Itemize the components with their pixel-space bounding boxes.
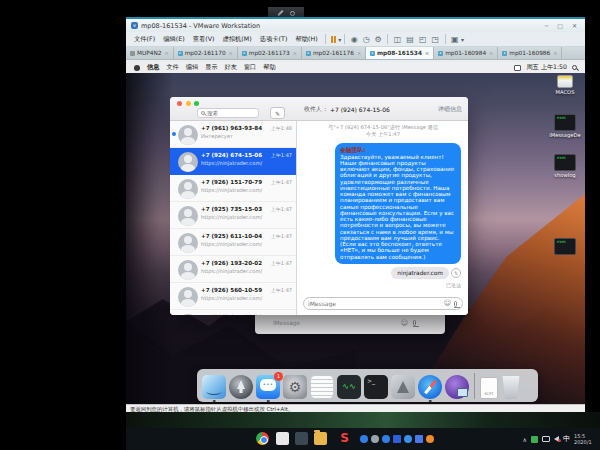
screen-sharing-icon[interactable] (445, 375, 469, 399)
pause-dropdown-caret[interactable]: ▾ (338, 36, 341, 43)
desktop-icon-script[interactable]: exec (545, 238, 585, 255)
vm-tab-mp08-161534-active[interactable]: ▸mp08-161534× (366, 47, 434, 59)
conversation-row[interactable]: +7 (926) 560-10-59上午1:47 https://ninjatr… (170, 283, 296, 310)
vm-tab-mp02-161170[interactable]: ▸mp02-161170× (174, 47, 238, 59)
conversation-row[interactable]: +7 (926) 193-20-02上午1:47 https://ninjatr… (170, 256, 296, 283)
menu-file[interactable]: 文件(F) (130, 35, 159, 44)
tray-clock[interactable]: 15:5 2020/1 (574, 433, 598, 446)
snapshot-take-icon[interactable]: ◉ (348, 35, 360, 44)
microphone-icon[interactable] (413, 320, 416, 326)
safari-icon[interactable] (418, 375, 442, 399)
vm-tab-mp01-160986[interactable]: ▸mp01-160986× (498, 47, 562, 59)
input-source-icon[interactable] (514, 65, 521, 71)
finder-icon[interactable] (202, 375, 226, 399)
spotlight-search-icon[interactable] (572, 65, 577, 70)
toolbar-mini-icon-1[interactable] (360, 435, 368, 443)
snapshot-revert-icon[interactable]: ◷ (360, 35, 372, 44)
unity-mode-icon[interactable]: ◳ (429, 35, 442, 44)
thumbnail-bar-icon[interactable]: ▤ (404, 35, 417, 44)
archive-utility-icon[interactable] (391, 375, 415, 399)
mac-menu-edit[interactable]: 编辑 (186, 63, 198, 72)
launchpad-icon[interactable] (229, 375, 253, 399)
fullscreen-icon[interactable]: ◰ (416, 35, 429, 44)
tab-close-icon[interactable]: × (229, 50, 233, 56)
chrome-taskbar-icon[interactable] (256, 432, 269, 445)
apple-menu-icon[interactable] (134, 65, 140, 71)
tray-network-icon[interactable] (542, 436, 550, 442)
messages-dock-icon[interactable]: 1 (256, 375, 280, 399)
tab-close-icon[interactable]: × (164, 50, 168, 56)
menu-edit[interactable]: 编辑(E) (159, 35, 189, 44)
toolbar-mini-mic-icon[interactable] (382, 435, 390, 443)
sogou-input-icon[interactable]: S (338, 432, 351, 445)
menu-tabs[interactable]: 选项卡(T) (256, 35, 292, 44)
mac-menu-window[interactable]: 窗口 (244, 63, 256, 72)
terminal-icon[interactable] (364, 375, 388, 399)
vm-tab-mp02-161176[interactable]: ▸mp02-161176× (302, 47, 366, 59)
console-view-icon[interactable]: ▣ (449, 35, 462, 44)
tab-close-icon[interactable]: × (293, 50, 297, 56)
toolbar-mini-icon-5[interactable] (426, 435, 434, 443)
file-explorer-icon[interactable] (314, 432, 327, 445)
toolbar-mini-icon-4[interactable] (404, 435, 412, 443)
conversation-search[interactable] (197, 108, 259, 118)
tab-close-icon[interactable]: × (553, 50, 557, 56)
microphone-icon[interactable] (454, 301, 457, 307)
library-panel-icon[interactable]: ◫ (391, 35, 404, 44)
edit-pencil-icon[interactable]: ✎ (451, 268, 461, 278)
desktop-icon-imessagede[interactable]: exec iMessageDe (545, 114, 585, 138)
message-input[interactable] (308, 300, 441, 307)
minimize-button[interactable]: ─ (542, 22, 552, 29)
vm-tab-mp02-161173[interactable]: ▸mp02-161173× (238, 47, 302, 59)
maximize-button[interactable]: ▢ (554, 22, 566, 29)
menu-view[interactable]: 查看(V) (189, 35, 219, 44)
conversation-row[interactable]: +7 (961) 963-93-84上午1:48 Интересует (170, 121, 296, 148)
trash-icon[interactable] (501, 376, 521, 399)
conversation-row-selected[interactable]: +7 (924) 674-15-06上午1:47 https://ninjatr… (170, 148, 296, 175)
dark-app-taskbar-icon[interactable] (295, 432, 308, 445)
vm-tab-mup4n2[interactable]: MUP4N2× (126, 47, 174, 59)
activity-monitor-icon[interactable] (337, 375, 361, 399)
toolbar-mini-icon-3[interactable] (393, 435, 401, 443)
search-input[interactable] (207, 110, 255, 116)
link-bubble[interactable]: ninjatrader.com (391, 267, 449, 279)
mac-menu-view[interactable]: 显示 (205, 63, 217, 72)
toolbar-mini-icon-2[interactable] (371, 435, 379, 443)
textedit-icon[interactable] (310, 375, 334, 399)
conversation-row[interactable]: +7 (926) 151-70-79上午1:47 https://ninjatr… (170, 175, 296, 202)
tray-ime-indicator[interactable]: 中 (563, 434, 570, 444)
close-window-button[interactable] (177, 101, 182, 106)
menu-vm[interactable]: 虚拟机(M) (218, 35, 255, 44)
background-messages-window[interactable]: iMessage ☺ (255, 312, 445, 334)
close-button[interactable]: ✕ (569, 22, 580, 29)
tray-volume-muted-icon[interactable] (554, 436, 559, 442)
system-preferences-icon[interactable] (283, 375, 307, 399)
console-dropdown-caret[interactable]: ▾ (461, 36, 464, 43)
white-app-taskbar-icon[interactable] (276, 432, 289, 445)
tab-close-icon[interactable]: × (425, 50, 429, 56)
mac-menu-file[interactable]: 文件 (166, 63, 178, 72)
snapshot-manager-icon[interactable]: ⚙ (372, 35, 384, 44)
mac-menu-help[interactable]: 帮助 (263, 63, 275, 72)
details-link[interactable]: 详细信息 (438, 105, 462, 114)
menubar-clock[interactable]: 周五 上午1:50 (526, 63, 567, 72)
conversation-row[interactable]: +7 (926) 617-30-66上午1:47 https://ninjatr… (170, 310, 296, 315)
minimize-window-button[interactable] (186, 101, 191, 106)
conversation-row[interactable]: +7 (925) 735-15-03上午1:47 https://ninjatr… (170, 202, 296, 229)
desktop-icon-macos[interactable]: MACOS (545, 75, 585, 95)
tab-close-icon[interactable]: × (357, 50, 361, 56)
pause-vm-icon[interactable] (329, 36, 339, 43)
emoji-picker-icon[interactable]: ☺ (401, 320, 408, 327)
mac-menu-messages[interactable]: 信息 (147, 63, 159, 72)
tab-close-icon[interactable]: × (489, 50, 493, 56)
desktop-icon-showlog[interactable]: exec showlog (545, 154, 585, 178)
compose-button[interactable]: ✎ (270, 107, 285, 119)
tray-antivirus-icon[interactable] (531, 436, 538, 443)
emoji-picker-icon[interactable]: ☺ (444, 300, 451, 307)
menu-help[interactable]: 帮助(H) (291, 35, 321, 44)
zoom-window-button[interactable] (194, 101, 199, 106)
tray-chevron-icon[interactable]: ∧ (523, 436, 527, 443)
vm-tab-mp01-160984[interactable]: ▸mp01-160984× (434, 47, 498, 59)
toolbar-mini-grid-icon[interactable] (415, 435, 423, 443)
conversation-row[interactable]: +7 (925) 611-10-04上午1:47 https://ninjatr… (170, 229, 296, 256)
